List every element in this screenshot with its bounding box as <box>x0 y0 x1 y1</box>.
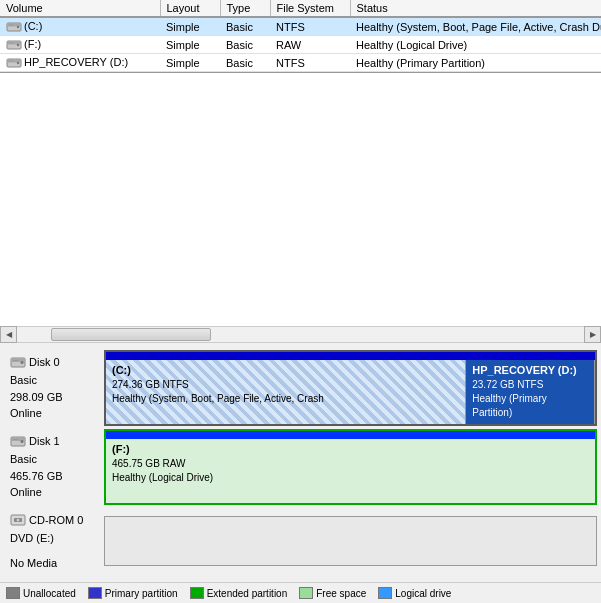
legend: Unallocated Primary partition Extended p… <box>0 582 601 603</box>
row-disk-icon <box>6 57 22 69</box>
disk-0-partition-c[interactable]: (C:) 274.36 GB NTFS Healthy (System, Boo… <box>106 360 466 424</box>
disk-0-status: Online <box>10 405 98 422</box>
cell-volume-0: (C:) <box>0 17 160 36</box>
cdrom-icon <box>10 513 26 527</box>
cell-fs-2: NTFS <box>270 54 350 72</box>
legend-swatch-free <box>299 587 313 599</box>
disk-1-row: Disk 1 Basic 465.76 GB Online (F:) 465.7… <box>4 429 597 505</box>
disk-0-visual[interactable]: (C:) 274.36 GB NTFS Healthy (System, Boo… <box>104 350 597 426</box>
svg-rect-19 <box>13 439 18 440</box>
disk-1-type: Basic <box>10 451 98 468</box>
col-volume: Volume <box>0 0 160 17</box>
cell-type-0: Basic <box>220 17 270 36</box>
disk-0-type: Basic <box>10 372 98 389</box>
legend-swatch-extended <box>190 587 204 599</box>
disk-0-label: Disk 0 Basic 298.09 GB Online <box>4 350 104 426</box>
cdrom-visual <box>104 516 597 566</box>
cdrom-row: CD-ROM 0 DVD (E:) No Media <box>4 508 597 576</box>
legend-swatch-unallocated <box>6 587 20 599</box>
scrollbar-thumb[interactable] <box>51 328 211 341</box>
disk-0-name: Disk 0 <box>29 354 60 371</box>
disk-0-partition-c-size: 274.36 GB NTFS <box>112 378 459 392</box>
legend-swatch-primary <box>88 587 102 599</box>
volume-table: Volume Layout Type File System Status (C… <box>0 0 601 72</box>
disk-0-icon <box>10 355 26 369</box>
disk-0-partition-d-label: HP_RECOVERY (D:) <box>472 364 588 376</box>
cell-volume-2: HP_RECOVERY (D:) <box>0 54 160 72</box>
empty-area <box>0 73 601 325</box>
scrollbar-track[interactable] <box>17 327 584 342</box>
cell-layout-1: Simple <box>160 36 220 54</box>
cell-status-1: Healthy (Logical Drive) <box>350 36 601 54</box>
col-filesystem: File System <box>270 0 350 17</box>
svg-point-22 <box>17 518 20 521</box>
col-type: Type <box>220 0 270 17</box>
disk-0-top-bar <box>106 352 595 360</box>
col-layout: Layout <box>160 0 220 17</box>
disk-map: Disk 0 Basic 298.09 GB Online (C:) 274.3… <box>0 343 601 583</box>
legend-logical: Logical drive <box>378 587 451 599</box>
disk-1-icon <box>10 434 26 448</box>
legend-swatch-logical <box>378 587 392 599</box>
disk-1-visual[interactable]: (F:) 465.75 GB RAW Healthy (Logical Driv… <box>104 429 597 505</box>
legend-label-primary: Primary partition <box>105 588 178 599</box>
svg-rect-7 <box>9 43 13 44</box>
col-status: Status <box>350 0 601 17</box>
disk-0-partition-c-health: Healthy (System, Boot, Page File, Active… <box>112 392 459 406</box>
disk-0-partition-d-size: 23.72 GB NTFS <box>472 378 588 392</box>
main-container: Volume Layout Type File System Status (C… <box>0 0 601 603</box>
legend-label-free: Free space <box>316 588 366 599</box>
legend-extended: Extended partition <box>190 587 288 599</box>
row-disk-icon <box>6 21 22 33</box>
disk-1-partition-f[interactable]: (F:) 465.75 GB RAW Healthy (Logical Driv… <box>106 439 595 503</box>
disk-1-partitions: (F:) 465.75 GB RAW Healthy (Logical Driv… <box>106 439 595 503</box>
disk-0-partition-d[interactable]: HP_RECOVERY (D:) 23.72 GB NTFS Healthy (… <box>466 360 595 424</box>
svg-rect-15 <box>13 360 18 361</box>
cell-volume-1: (F:) <box>0 36 160 54</box>
table-row-0[interactable]: (C:)SimpleBasicNTFSHealthy (System, Boot… <box>0 17 601 36</box>
cdrom-media: No Media <box>10 555 98 572</box>
cell-layout-0: Simple <box>160 17 220 36</box>
volume-table-container: Volume Layout Type File System Status (C… <box>0 0 601 73</box>
scroll-left-arrow[interactable]: ◀ <box>0 326 17 343</box>
cdrom-name: CD-ROM 0 <box>29 512 83 529</box>
cell-layout-2: Simple <box>160 54 220 72</box>
disk-1-status: Online <box>10 484 98 501</box>
disk-1-partition-f-label: (F:) <box>112 443 589 455</box>
legend-primary: Primary partition <box>88 587 178 599</box>
svg-point-10 <box>17 62 19 64</box>
legend-label-logical: Logical drive <box>395 588 451 599</box>
table-row-1[interactable]: (F:)SimpleBasicRAWHealthy (Logical Drive… <box>0 36 601 54</box>
svg-point-14 <box>21 361 24 364</box>
disk-0-row: Disk 0 Basic 298.09 GB Online (C:) 274.3… <box>4 350 597 426</box>
cell-status-2: Healthy (Primary Partition) <box>350 54 601 72</box>
disk-1-label: Disk 1 Basic 465.76 GB Online <box>4 429 104 505</box>
disk-0-size: 298.09 GB <box>10 389 98 406</box>
row-disk-icon <box>6 39 22 51</box>
cell-type-1: Basic <box>220 36 270 54</box>
svg-point-2 <box>17 26 19 28</box>
svg-rect-3 <box>9 25 13 26</box>
legend-free: Free space <box>299 587 366 599</box>
legend-unallocated: Unallocated <box>6 587 76 599</box>
svg-point-6 <box>17 44 19 46</box>
cdrom-label: CD-ROM 0 DVD (E:) No Media <box>4 508 104 576</box>
horizontal-scrollbar[interactable]: ◀ ▶ <box>0 326 601 343</box>
disk-0-partition-c-label: (C:) <box>112 364 459 376</box>
svg-point-18 <box>21 440 24 443</box>
cdrom-sub: DVD (E:) <box>10 530 98 547</box>
legend-label-unallocated: Unallocated <box>23 588 76 599</box>
svg-rect-11 <box>9 61 13 62</box>
disk-1-size: 465.76 GB <box>10 468 98 485</box>
cell-fs-1: RAW <box>270 36 350 54</box>
scroll-right-arrow[interactable]: ▶ <box>584 326 601 343</box>
disk-1-partition-f-health: Healthy (Logical Drive) <box>112 471 589 485</box>
cell-type-2: Basic <box>220 54 270 72</box>
disk-0-partitions: (C:) 274.36 GB NTFS Healthy (System, Boo… <box>106 360 595 424</box>
disk-0-partition-d-health: Healthy (Primary Partition) <box>472 392 588 420</box>
disk-1-name: Disk 1 <box>29 433 60 450</box>
cell-fs-0: NTFS <box>270 17 350 36</box>
cell-status-0: Healthy (System, Boot, Page File, Active… <box>350 17 601 36</box>
table-row-2[interactable]: HP_RECOVERY (D:)SimpleBasicNTFSHealthy (… <box>0 54 601 72</box>
legend-label-extended: Extended partition <box>207 588 288 599</box>
